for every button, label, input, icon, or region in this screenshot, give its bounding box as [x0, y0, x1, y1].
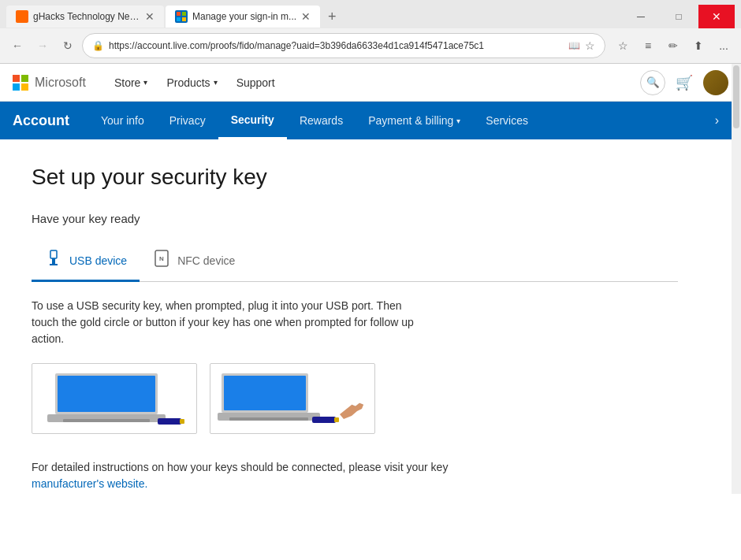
usb-image-1	[32, 363, 197, 434]
ms-square-yellow	[21, 83, 28, 91]
maximize-button[interactable]: □	[661, 5, 697, 28]
ms-header-actions: 🔍 🛒	[640, 70, 728, 95]
section-subtitle: Have your key ready	[32, 212, 678, 225]
svg-rect-20	[334, 417, 339, 422]
nav-products[interactable]: Products ▾	[157, 64, 226, 102]
browser-action-buttons: ☆ ≡ ✏ ⬆ ...	[612, 35, 735, 57]
ms-logo-text: Microsoft	[35, 76, 86, 90]
minimize-button[interactable]: ─	[623, 5, 659, 28]
scrollbar-thumb[interactable]	[733, 65, 739, 128]
url-text: https://account.live.com/proofs/fido/man…	[109, 40, 564, 51]
favorite-icon[interactable]: ☆	[585, 39, 595, 52]
footer-text: For detailed instructions on how your ke…	[32, 459, 489, 492]
usb-device-label: USB device	[69, 254, 127, 267]
ms-header: Microsoft Store ▾ Products ▾ Support 🔍 🛒	[0, 64, 741, 102]
browser-tab-1[interactable]: gHacks Technology News ✕	[6, 6, 164, 28]
store-label: Store	[114, 76, 140, 89]
lock-icon: 🔒	[92, 40, 104, 51]
tab2-close[interactable]: ✕	[301, 10, 311, 23]
browser-titlebar: gHacks Technology News ✕ Manage your sig…	[0, 0, 741, 28]
rewards-label: Rewards	[300, 114, 343, 127]
products-label: Products	[166, 76, 210, 89]
svg-rect-4	[50, 250, 57, 258]
new-tab-button[interactable]: +	[322, 9, 343, 25]
privacy-label: Privacy	[169, 114, 206, 127]
search-button[interactable]: 🔍	[640, 70, 665, 95]
payment-billing-chevron: ▾	[456, 117, 460, 125]
services-label: Services	[486, 114, 528, 127]
svg-rect-0	[177, 12, 181, 16]
device-tabs: USB device N NFC device	[32, 241, 678, 282]
nav-store[interactable]: Store ▾	[105, 64, 157, 102]
footer-text-before: For detailed instructions on how your ke…	[32, 461, 448, 473]
tab-nfc-device[interactable]: N NFC device	[140, 241, 248, 282]
browser-tab-2[interactable]: Manage your sign-in m... ✕	[166, 6, 320, 28]
nav-security[interactable]: Security	[218, 102, 287, 139]
svg-text:N: N	[159, 255, 164, 262]
payment-billing-label: Payment & billing	[368, 114, 453, 127]
tab1-title: gHacks Technology News	[33, 11, 140, 22]
description-text: To use a USB security key, when prompted…	[32, 298, 426, 347]
nav-your-info[interactable]: Your info	[88, 102, 157, 139]
account-nav: Account Your info Privacy Security Rewar…	[0, 102, 741, 139]
nfc-device-label: NFC device	[177, 254, 235, 267]
tab-usb-device[interactable]: USB device	[32, 241, 140, 282]
scrollbar[interactable]	[732, 64, 741, 494]
more-chevron-icon: ›	[715, 113, 719, 128]
svg-rect-18	[229, 417, 308, 421]
tab2-title: Manage your sign-in m...	[192, 11, 296, 22]
nav-payment-billing[interactable]: Payment & billing ▾	[356, 102, 473, 139]
account-nav-title[interactable]: Account	[13, 113, 69, 129]
user-avatar[interactable]	[703, 70, 728, 95]
more-button[interactable]: ...	[713, 35, 735, 57]
svg-rect-5	[52, 258, 55, 265]
cart-button[interactable]: 🛒	[672, 70, 697, 95]
your-info-label: Your info	[101, 114, 144, 127]
svg-rect-13	[158, 418, 181, 425]
forward-button[interactable]: →	[32, 35, 54, 57]
usb-icon	[44, 249, 63, 272]
ms-logo-squares	[13, 75, 28, 91]
web-notes-button[interactable]: ✏	[662, 35, 684, 57]
address-bar[interactable]: 🔒 https://account.live.com/proofs/fido/m…	[82, 33, 605, 58]
browser-controls: ← → ↻ 🔒 https://account.live.com/proofs/…	[0, 28, 741, 63]
svg-rect-10	[58, 376, 155, 412]
nav-rewards[interactable]: Rewards	[287, 102, 356, 139]
tab2-favicon	[175, 10, 188, 23]
nav-services[interactable]: Services	[473, 102, 541, 139]
content-area: Microsoft Store ▾ Products ▾ Support 🔍 🛒	[0, 64, 741, 494]
tab1-favicon	[16, 10, 28, 23]
svg-rect-14	[180, 419, 184, 424]
store-chevron: ▾	[143, 78, 147, 87]
svg-rect-6	[50, 264, 58, 265]
svg-rect-16	[224, 376, 306, 410]
ms-square-green	[21, 75, 28, 82]
device-images	[32, 363, 678, 434]
security-label: Security	[231, 113, 274, 126]
tab1-close[interactable]: ✕	[145, 10, 155, 23]
nfc-icon: N	[152, 249, 171, 272]
favorites-button[interactable]: ☆	[612, 35, 634, 57]
ms-square-blue	[13, 83, 20, 91]
close-window-button[interactable]: ✕	[698, 5, 735, 28]
back-button[interactable]: ←	[6, 35, 28, 57]
manufacturer-link[interactable]: manufacturer's website.	[32, 477, 147, 490]
refresh-button[interactable]: ↻	[57, 35, 79, 57]
products-chevron: ▾	[214, 78, 218, 87]
nav-support[interactable]: Support	[227, 64, 285, 102]
hub-button[interactable]: ≡	[637, 35, 659, 57]
share-button[interactable]: ⬆	[687, 35, 709, 57]
page-wrapper: gHacks Technology News ✕ Manage your sig…	[0, 0, 741, 560]
reader-mode-icon: 📖	[568, 40, 580, 51]
svg-rect-19	[312, 417, 336, 423]
svg-rect-12	[63, 419, 150, 422]
ms-logo[interactable]: Microsoft	[13, 75, 86, 91]
page-title: Set up your security key	[32, 165, 678, 190]
svg-rect-1	[182, 12, 186, 16]
nav-more-button[interactable]: ›	[706, 102, 728, 139]
ms-square-red	[13, 75, 20, 82]
support-label: Support	[236, 76, 275, 89]
svg-rect-2	[177, 17, 181, 21]
ms-nav: Store ▾ Products ▾ Support	[105, 64, 285, 102]
nav-privacy[interactable]: Privacy	[157, 102, 218, 139]
